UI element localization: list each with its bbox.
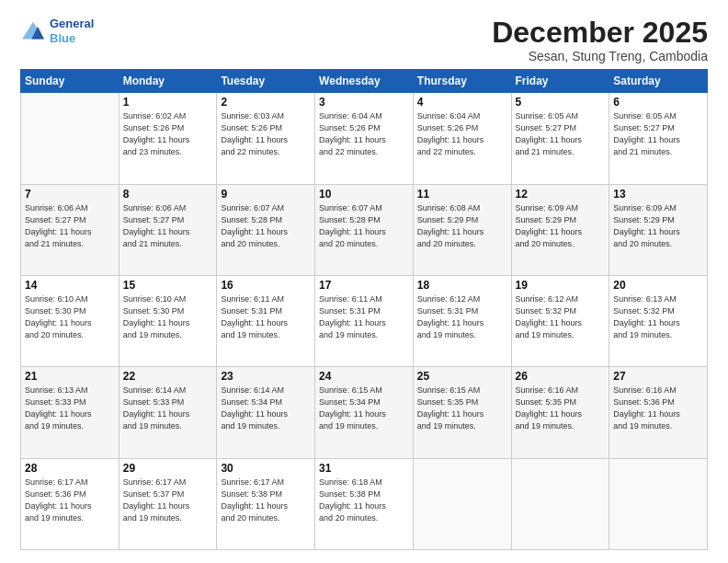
day-info: Sunrise: 6:04 AM Sunset: 5:26 PM Dayligh…: [319, 110, 409, 158]
title-block: December 2025 Sesan, Stung Treng, Cambod…: [492, 17, 708, 63]
day-info: Sunrise: 6:10 AM Sunset: 5:30 PM Dayligh…: [123, 293, 213, 341]
day-cell: 6Sunrise: 6:05 AM Sunset: 5:27 PM Daylig…: [609, 93, 708, 184]
day-number: 11: [417, 188, 507, 201]
day-number: 30: [221, 462, 311, 475]
header-row: SundayMondayTuesdayWednesdayThursdayFrid…: [21, 70, 708, 93]
day-number: 19: [516, 279, 606, 292]
day-info: Sunrise: 6:17 AM Sunset: 5:38 PM Dayligh…: [221, 477, 311, 524]
day-number: 1: [123, 96, 213, 109]
day-info: Sunrise: 6:10 AM Sunset: 5:30 PM Dayligh…: [25, 293, 115, 341]
day-cell: [21, 93, 119, 184]
day-cell: 19Sunrise: 6:12 AM Sunset: 5:32 PM Dayli…: [511, 275, 609, 366]
day-info: Sunrise: 6:08 AM Sunset: 5:29 PM Dayligh…: [417, 202, 507, 250]
day-number: 20: [613, 279, 703, 292]
day-cell: 23Sunrise: 6:14 AM Sunset: 5:34 PM Dayli…: [217, 367, 315, 458]
header: General Blue December 2025 Sesan, Stung …: [20, 17, 708, 63]
day-number: 21: [25, 370, 115, 383]
day-cell: 2Sunrise: 6:03 AM Sunset: 5:26 PM Daylig…: [217, 93, 315, 184]
day-number: 25: [417, 370, 507, 383]
day-number: 31: [319, 462, 409, 475]
day-info: Sunrise: 6:16 AM Sunset: 5:35 PM Dayligh…: [516, 385, 606, 432]
day-cell: 4Sunrise: 6:04 AM Sunset: 5:26 PM Daylig…: [413, 93, 511, 184]
day-cell: 20Sunrise: 6:13 AM Sunset: 5:32 PM Dayli…: [609, 275, 708, 366]
day-cell: 22Sunrise: 6:14 AM Sunset: 5:33 PM Dayli…: [119, 367, 217, 458]
day-info: Sunrise: 6:11 AM Sunset: 5:31 PM Dayligh…: [221, 293, 311, 341]
logo-text: General Blue: [50, 17, 94, 45]
day-info: Sunrise: 6:03 AM Sunset: 5:26 PM Dayligh…: [221, 110, 311, 158]
logo: General Blue: [20, 17, 94, 45]
day-info: Sunrise: 6:11 AM Sunset: 5:31 PM Dayligh…: [319, 293, 409, 341]
day-number: 7: [25, 188, 115, 201]
col-header-wednesday: Wednesday: [315, 70, 414, 93]
day-info: Sunrise: 6:13 AM Sunset: 5:33 PM Dayligh…: [25, 385, 115, 432]
day-cell: 21Sunrise: 6:13 AM Sunset: 5:33 PM Dayli…: [21, 367, 119, 458]
calendar-table: SundayMondayTuesdayWednesdayThursdayFrid…: [20, 69, 708, 550]
day-cell: 31Sunrise: 6:18 AM Sunset: 5:38 PM Dayli…: [315, 458, 414, 549]
day-info: Sunrise: 6:05 AM Sunset: 5:27 PM Dayligh…: [613, 110, 703, 158]
day-info: Sunrise: 6:09 AM Sunset: 5:29 PM Dayligh…: [516, 202, 606, 250]
day-cell: 26Sunrise: 6:16 AM Sunset: 5:35 PM Dayli…: [511, 367, 609, 458]
day-number: 23: [221, 370, 311, 383]
day-number: 18: [417, 279, 507, 292]
day-cell: 27Sunrise: 6:16 AM Sunset: 5:36 PM Dayli…: [609, 367, 708, 458]
col-header-monday: Monday: [119, 70, 217, 93]
day-info: Sunrise: 6:04 AM Sunset: 5:26 PM Dayligh…: [417, 110, 507, 158]
day-cell: 28Sunrise: 6:17 AM Sunset: 5:36 PM Dayli…: [21, 458, 119, 549]
day-number: 22: [123, 370, 213, 383]
day-number: 9: [221, 188, 311, 201]
logo-line1: General: [50, 17, 94, 31]
col-header-tuesday: Tuesday: [217, 70, 315, 93]
day-info: Sunrise: 6:02 AM Sunset: 5:26 PM Dayligh…: [123, 110, 213, 158]
day-number: 29: [123, 462, 213, 475]
day-cell: [511, 458, 609, 549]
day-cell: 16Sunrise: 6:11 AM Sunset: 5:31 PM Dayli…: [217, 275, 315, 366]
day-cell: 12Sunrise: 6:09 AM Sunset: 5:29 PM Dayli…: [511, 184, 609, 275]
day-cell: 9Sunrise: 6:07 AM Sunset: 5:28 PM Daylig…: [217, 184, 315, 275]
logo-line2: Blue: [50, 31, 94, 46]
week-row-2: 7Sunrise: 6:06 AM Sunset: 5:27 PM Daylig…: [21, 184, 708, 275]
day-number: 10: [319, 188, 409, 201]
day-info: Sunrise: 6:16 AM Sunset: 5:36 PM Dayligh…: [613, 385, 703, 432]
day-info: Sunrise: 6:14 AM Sunset: 5:33 PM Dayligh…: [123, 385, 213, 432]
day-cell: 1Sunrise: 6:02 AM Sunset: 5:26 PM Daylig…: [119, 93, 217, 184]
page: General Blue December 2025 Sesan, Stung …: [0, 0, 728, 563]
day-number: 5: [516, 96, 606, 109]
col-header-saturday: Saturday: [609, 70, 708, 93]
day-info: Sunrise: 6:06 AM Sunset: 5:27 PM Dayligh…: [123, 202, 213, 250]
day-info: Sunrise: 6:12 AM Sunset: 5:32 PM Dayligh…: [516, 293, 606, 341]
day-cell: 10Sunrise: 6:07 AM Sunset: 5:28 PM Dayli…: [315, 184, 414, 275]
col-header-friday: Friday: [511, 70, 609, 93]
week-row-1: 1Sunrise: 6:02 AM Sunset: 5:26 PM Daylig…: [21, 93, 708, 184]
col-header-thursday: Thursday: [413, 70, 511, 93]
day-cell: 14Sunrise: 6:10 AM Sunset: 5:30 PM Dayli…: [21, 275, 119, 366]
day-number: 17: [319, 279, 409, 292]
day-cell: 29Sunrise: 6:17 AM Sunset: 5:37 PM Dayli…: [119, 458, 217, 549]
day-info: Sunrise: 6:05 AM Sunset: 5:27 PM Dayligh…: [516, 110, 606, 158]
day-cell: 18Sunrise: 6:12 AM Sunset: 5:31 PM Dayli…: [413, 275, 511, 366]
day-cell: 3Sunrise: 6:04 AM Sunset: 5:26 PM Daylig…: [315, 93, 414, 184]
day-number: 15: [123, 279, 213, 292]
day-cell: 5Sunrise: 6:05 AM Sunset: 5:27 PM Daylig…: [511, 93, 609, 184]
day-number: 3: [319, 96, 409, 109]
day-info: Sunrise: 6:12 AM Sunset: 5:31 PM Dayligh…: [417, 293, 507, 341]
day-cell: 15Sunrise: 6:10 AM Sunset: 5:30 PM Dayli…: [119, 275, 217, 366]
day-info: Sunrise: 6:13 AM Sunset: 5:32 PM Dayligh…: [613, 293, 703, 341]
day-number: 6: [613, 96, 703, 109]
day-number: 14: [25, 279, 115, 292]
day-number: 28: [25, 462, 115, 475]
day-number: 27: [613, 370, 703, 383]
day-info: Sunrise: 6:07 AM Sunset: 5:28 PM Dayligh…: [221, 202, 311, 250]
day-number: 8: [123, 188, 213, 201]
day-info: Sunrise: 6:18 AM Sunset: 5:38 PM Dayligh…: [319, 477, 409, 524]
day-cell: 24Sunrise: 6:15 AM Sunset: 5:34 PM Dayli…: [315, 367, 414, 458]
day-number: 16: [221, 279, 311, 292]
day-info: Sunrise: 6:06 AM Sunset: 5:27 PM Dayligh…: [25, 202, 115, 250]
day-info: Sunrise: 6:17 AM Sunset: 5:37 PM Dayligh…: [123, 477, 213, 524]
day-info: Sunrise: 6:17 AM Sunset: 5:36 PM Dayligh…: [25, 477, 115, 524]
day-cell: 25Sunrise: 6:15 AM Sunset: 5:35 PM Dayli…: [413, 367, 511, 458]
day-cell: [413, 458, 511, 549]
day-number: 4: [417, 96, 507, 109]
day-cell: 13Sunrise: 6:09 AM Sunset: 5:29 PM Dayli…: [609, 184, 708, 275]
week-row-5: 28Sunrise: 6:17 AM Sunset: 5:36 PM Dayli…: [21, 458, 708, 549]
day-cell: [609, 458, 708, 549]
